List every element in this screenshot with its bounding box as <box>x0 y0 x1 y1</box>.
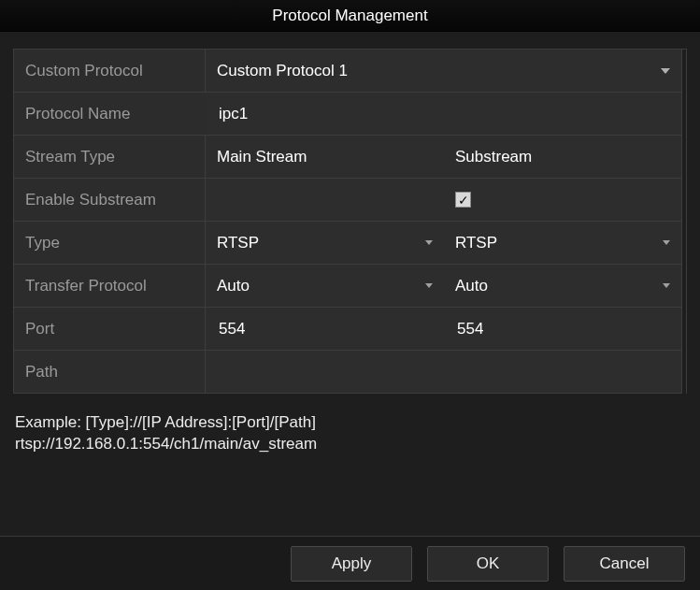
label-enable-substream: Enable Substream <box>14 179 206 222</box>
label-port: Port <box>14 308 206 351</box>
dialog-title: Protocol Management <box>0 0 700 32</box>
type-sub-select[interactable]: RTSP <box>444 222 682 265</box>
label-transfer-protocol: Transfer Protocol <box>14 265 206 308</box>
protocol-management-dialog: Protocol Management Custom Protocol Cust… <box>0 0 700 590</box>
settings-grid: Custom Protocol Custom Protocol 1 Protoc… <box>13 49 687 394</box>
custom-protocol-value: Custom Protocol 1 <box>217 62 348 80</box>
example-text: Example: [Type]://[IP Address]:[Port]/[P… <box>13 412 687 455</box>
protocol-name-field-cell <box>206 93 682 136</box>
ok-button[interactable]: OK <box>427 546 549 582</box>
dialog-content: Custom Protocol Custom Protocol 1 Protoc… <box>0 32 700 536</box>
enable-substream-main-cell <box>206 179 444 222</box>
chevron-down-icon <box>663 283 670 288</box>
label-path: Path <box>14 351 206 394</box>
path-sub-cell <box>444 351 682 394</box>
label-protocol-name: Protocol Name <box>14 93 206 136</box>
column-header-sub: Substream <box>444 136 682 179</box>
label-type: Type <box>14 222 206 265</box>
transfer-protocol-sub-value: Auto <box>455 277 488 295</box>
path-main-cell <box>206 351 444 394</box>
path-main-input[interactable] <box>217 362 433 382</box>
port-sub-input[interactable] <box>455 319 670 339</box>
cancel-button[interactable]: Cancel <box>564 546 685 582</box>
type-main-value: RTSP <box>217 234 259 252</box>
apply-button[interactable]: Apply <box>291 546 412 582</box>
enable-substream-sub-cell: ✓ <box>444 179 682 222</box>
chevron-down-icon <box>661 68 670 74</box>
type-sub-value: RTSP <box>455 234 497 252</box>
column-header-main: Main Stream <box>206 136 444 179</box>
chevron-down-icon <box>425 283 433 288</box>
example-line2: rtsp://192.168.0.1:554/ch1/main/av_strea… <box>15 434 685 455</box>
type-main-select[interactable]: RTSP <box>206 222 444 265</box>
chevron-down-icon <box>663 240 670 245</box>
port-sub-cell <box>444 308 682 351</box>
path-sub-input[interactable] <box>455 362 670 382</box>
label-stream-type: Stream Type <box>14 136 206 179</box>
transfer-protocol-main-select[interactable]: Auto <box>206 265 444 308</box>
chevron-down-icon <box>425 240 433 245</box>
port-main-input[interactable] <box>217 319 433 339</box>
transfer-protocol-sub-select[interactable]: Auto <box>444 265 682 308</box>
port-main-cell <box>206 308 444 351</box>
label-custom-protocol: Custom Protocol <box>14 50 206 93</box>
protocol-name-input[interactable] <box>217 104 670 124</box>
custom-protocol-select[interactable]: Custom Protocol 1 <box>206 50 682 93</box>
transfer-protocol-main-value: Auto <box>217 277 250 295</box>
enable-substream-checkbox[interactable]: ✓ <box>455 192 471 208</box>
dialog-footer: Apply OK Cancel <box>0 536 700 590</box>
example-line1: Example: [Type]://[IP Address]:[Port]/[P… <box>15 412 685 434</box>
